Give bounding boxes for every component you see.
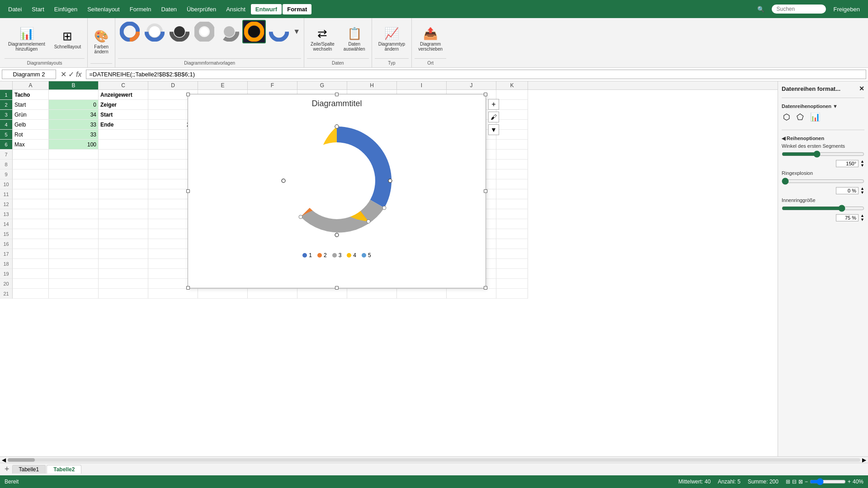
search-input[interactable] xyxy=(772,5,826,14)
cell[interactable]: Grün xyxy=(13,110,49,120)
col-header-a[interactable]: A xyxy=(13,81,49,89)
cell[interactable] xyxy=(99,239,148,249)
chart-style-1[interactable] xyxy=(118,20,142,43)
handle-tm[interactable] xyxy=(335,93,339,96)
cell[interactable]: 34 xyxy=(49,110,99,120)
chart-add-element[interactable]: + xyxy=(488,99,499,110)
panel-subsection-reihenoptionen[interactable]: ◀ Reihenoptionen xyxy=(782,136,864,141)
cell[interactable] xyxy=(496,189,528,199)
cell[interactable] xyxy=(496,179,528,189)
col-header-h[interactable]: H xyxy=(347,81,397,89)
menu-datei[interactable]: Datei xyxy=(4,4,26,14)
cell[interactable] xyxy=(496,249,528,259)
handle-bl[interactable] xyxy=(186,286,190,290)
sheet-tab-tabelle2[interactable]: Tabelle2 xyxy=(47,465,81,474)
donut-chart-svg[interactable] xyxy=(269,113,405,249)
cell[interactable] xyxy=(99,289,148,299)
handle-br[interactable] xyxy=(484,286,487,290)
cell[interactable] xyxy=(49,209,99,219)
cell[interactable] xyxy=(496,269,528,279)
dot-2[interactable] xyxy=(382,206,386,210)
col-header-c[interactable]: C xyxy=(99,81,148,89)
cell[interactable] xyxy=(397,289,447,299)
cell[interactable] xyxy=(13,219,49,229)
panel-section-datenreihenoptionen[interactable]: Datenreihenoptionen ▼ xyxy=(782,103,864,109)
cell[interactable] xyxy=(496,110,528,120)
horizontal-scrollbar[interactable]: ◀ ▶ xyxy=(0,456,868,463)
cell[interactable] xyxy=(447,289,496,299)
name-box[interactable] xyxy=(2,70,56,79)
dot-1[interactable] xyxy=(335,125,339,128)
ctrl-right[interactable] xyxy=(388,179,392,183)
cell[interactable]: Anzeigewert xyxy=(99,90,148,100)
diagrammtyp-button[interactable]: 📈 Diagrammtypändern xyxy=(375,24,409,54)
cell[interactable] xyxy=(99,189,148,199)
winkel-input[interactable] xyxy=(836,160,859,167)
col-header-g[interactable]: G xyxy=(297,81,347,89)
cell[interactable]: Zeiger xyxy=(99,100,148,110)
cell[interactable] xyxy=(49,279,99,289)
cell[interactable] xyxy=(496,90,528,100)
cell[interactable] xyxy=(99,229,148,239)
menu-formeln[interactable]: Formeln xyxy=(125,4,156,14)
formula-fx-icon[interactable]: fx xyxy=(76,70,81,79)
menu-format[interactable]: Format xyxy=(283,4,311,14)
cell[interactable] xyxy=(13,269,49,279)
cell[interactable]: Ende xyxy=(99,120,148,130)
scroll-thumb[interactable] xyxy=(8,458,35,462)
cell[interactable] xyxy=(99,199,148,209)
formula-cancel-icon[interactable]: ✕ xyxy=(61,70,66,79)
dot-4[interactable] xyxy=(367,220,370,223)
cell[interactable]: 33 xyxy=(49,130,99,140)
col-header-i[interactable]: I xyxy=(397,81,447,89)
cell[interactable] xyxy=(13,150,49,160)
cell[interactable] xyxy=(49,219,99,229)
cell[interactable]: Rot xyxy=(13,130,49,140)
add-sheet-button[interactable]: + xyxy=(2,465,12,474)
ringexplosion-slider[interactable] xyxy=(782,178,864,185)
winkel-slider[interactable] xyxy=(782,150,864,158)
scroll-right-icon[interactable]: ▶ xyxy=(862,457,866,463)
cell[interactable] xyxy=(13,259,49,269)
cell[interactable] xyxy=(496,209,528,219)
cell[interactable] xyxy=(99,259,148,269)
cell[interactable] xyxy=(13,229,49,239)
page-break-icon[interactable]: ⊠ xyxy=(798,479,803,485)
cell[interactable] xyxy=(13,289,49,299)
cell[interactable]: 0 xyxy=(49,100,99,110)
cell[interactable] xyxy=(347,289,397,299)
chart-container[interactable]: Diagrammtitel xyxy=(188,94,486,288)
menu-daten[interactable]: Daten xyxy=(156,4,181,14)
cell[interactable] xyxy=(13,209,49,219)
cell[interactable] xyxy=(99,249,148,259)
cell[interactable] xyxy=(49,179,99,189)
cell[interactable] xyxy=(496,279,528,289)
col-header-f[interactable]: F xyxy=(248,81,297,89)
ringexplosion-down[interactable]: ▼ xyxy=(860,191,864,195)
ctrl-left[interactable] xyxy=(282,179,285,183)
winkel-down[interactable]: ▼ xyxy=(860,164,864,168)
menu-entwurf[interactable]: Entwurf xyxy=(251,4,282,14)
cell[interactable]: 100 xyxy=(49,140,99,150)
ringexplosion-input[interactable] xyxy=(836,187,859,194)
cell[interactable] xyxy=(49,259,99,269)
cell[interactable] xyxy=(496,140,528,150)
menu-uberpruefen[interactable]: Überprüfen xyxy=(182,4,221,14)
zoom-slider[interactable] xyxy=(810,478,846,485)
menu-start[interactable]: Start xyxy=(27,4,48,14)
col-header-b[interactable]: B xyxy=(49,81,99,89)
handle-tr[interactable] xyxy=(484,93,487,96)
cell[interactable] xyxy=(99,150,148,160)
menu-ansicht[interactable]: Ansicht xyxy=(222,4,250,14)
col-header-j[interactable]: J xyxy=(447,81,496,89)
cell[interactable] xyxy=(49,199,99,209)
innenring-slider[interactable] xyxy=(782,205,864,212)
freigeben-button[interactable]: Freigeben xyxy=(829,4,864,14)
chart-style-6[interactable] xyxy=(242,20,266,43)
panel-icon-pentagon[interactable]: ⬠ xyxy=(795,111,805,123)
cell[interactable] xyxy=(248,289,297,299)
cell[interactable] xyxy=(99,269,148,279)
cell[interactable] xyxy=(496,100,528,110)
cell[interactable] xyxy=(49,239,99,249)
cell[interactable] xyxy=(496,199,528,209)
